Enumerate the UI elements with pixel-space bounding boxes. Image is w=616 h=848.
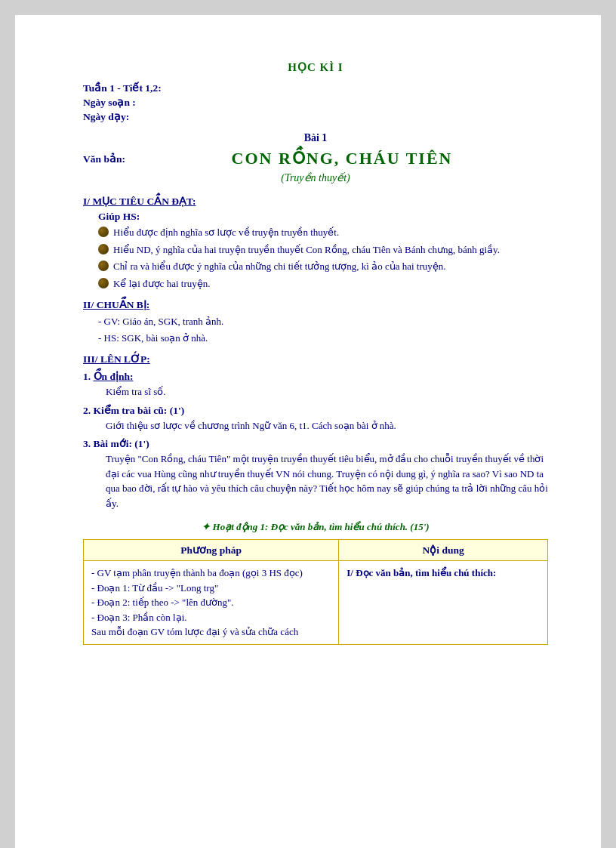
- ngay-soan: Ngày soạn :: [83, 96, 548, 109]
- list-item: Chỉ ra và hiểu được ý nghĩa của những ch…: [98, 259, 548, 274]
- section3-header: III/ LÊN LỚP:: [83, 353, 548, 365]
- table-col2-bold-text: I/ Đọc văn bản, tìm hiểu chú thích:: [346, 567, 496, 578]
- sub2-label: 2. Kiểm tra bài cũ: (1'): [83, 404, 548, 417]
- tuan-tiet: Tuần 1 - Tiết 1,2:: [83, 82, 548, 94]
- van-ban-line: Văn bản: CON RỒNG, CHÁU TIÊN: [83, 149, 548, 168]
- bullet-list: Hiểu được định nghĩa sơ lược về truyện t…: [98, 225, 548, 291]
- section1-intro: Giúp HS:: [98, 211, 548, 223]
- list-item: Hiểu được định nghĩa sơ lược về truyện t…: [98, 225, 548, 240]
- bai-number: Bài 1: [83, 132, 548, 144]
- sub1-underline-text: Ổn định:: [94, 371, 134, 382]
- van-ban-label: Văn bản:: [83, 153, 128, 165]
- sub3-text: Truyện "Con Rồng, cháu Tiên" một truyện …: [106, 452, 548, 510]
- list-item: Hiểu ND, ý nghĩa của hai truyện truyền t…: [98, 242, 548, 257]
- list-item: Kể lại được hai truyện.: [98, 276, 548, 291]
- sub1-text: Kiểm tra sĩ số.: [106, 384, 548, 399]
- sub1-label: 1. Ổn định:: [83, 370, 548, 383]
- section2-header: II/ CHUẨN BỊ:: [83, 298, 548, 311]
- sub3-label: 3. Bài mới: (1'): [83, 437, 548, 450]
- table-col1-header: Phương pháp: [84, 540, 339, 561]
- section2-item2: - HS: SGK, bài soạn ở nhà.: [98, 331, 548, 346]
- bullet-icon: [98, 278, 109, 288]
- ngay-day: Ngày dạy:: [83, 110, 548, 123]
- hoc-ki-title: HỌC KÌ I: [83, 60, 548, 74]
- table-col2-header: Nội dung: [339, 540, 548, 561]
- subtitle: (Truyền thuyết): [83, 171, 548, 184]
- main-title: CON RỒNG, CHÁU TIÊN: [136, 149, 548, 168]
- sub2-text: Giới thiệu sơ lược về chương trình Ngữ v…: [106, 418, 548, 433]
- page: HỌC KÌ I Tuần 1 - Tiết 1,2: Ngày soạn : …: [15, 15, 601, 848]
- content-table: Phương pháp Nội dung - GV tạm phân truyệ…: [83, 539, 548, 645]
- table-col1-content: - GV tạm phân truyện thành ba đoạn (gọi …: [84, 561, 339, 645]
- bullet-icon: [98, 261, 109, 271]
- table-col2-content: I/ Đọc văn bản, tìm hiểu chú thích:: [339, 561, 548, 645]
- section2-item1: - GV: Giáo án, SGK, tranh ảnh.: [98, 314, 548, 329]
- section1-header: I/ MỤC TIÊU CẦN ĐẠT:: [83, 195, 548, 208]
- bullet-icon: [98, 244, 109, 254]
- activity-line: ✦ Hoạt động 1: Đọc văn bản, tìm hiểu chú…: [83, 521, 548, 533]
- bullet-icon: [98, 227, 109, 237]
